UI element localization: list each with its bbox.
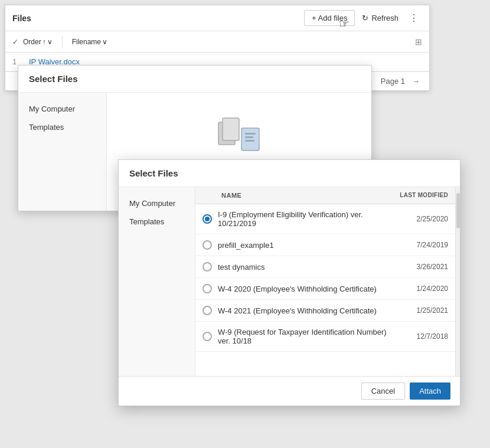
svg-rect-4 xyxy=(245,136,253,138)
sidebar-my-computer-fg[interactable]: My Computer xyxy=(119,194,195,212)
template-date: 1/24/2020 xyxy=(401,285,448,293)
template-date: 3/26/2021 xyxy=(401,263,448,271)
filename-sort[interactable]: Filename ∨ xyxy=(72,38,107,46)
template-row[interactable]: prefill_example1 7/24/2019 xyxy=(195,234,455,256)
order-sort[interactable]: Order ↑ ∨ xyxy=(23,38,53,46)
select-files-sidebar-fg: My Computer Templates xyxy=(119,187,195,376)
page-label: Page 1 xyxy=(381,77,405,86)
files-title: Files xyxy=(12,14,31,23)
template-row[interactable]: W-4 2020 (Employee's Withholding Certifi… xyxy=(195,278,455,300)
check-icon: ✓ xyxy=(12,38,18,46)
template-row[interactable]: W-9 (Request for Taxpayer Identification… xyxy=(195,322,455,352)
template-name: prefill_example1 xyxy=(218,241,401,250)
scrollbar-track[interactable] xyxy=(455,187,460,376)
select-files-dialog-fg: Select Files My Computer Templates NAME … xyxy=(118,159,460,406)
radio-unselected[interactable] xyxy=(202,306,212,315)
radio-unselected[interactable] xyxy=(202,332,212,341)
svg-rect-3 xyxy=(245,133,256,135)
files-toolbar: ✓ Order ↑ ∨ Filename ∨ ⊞ xyxy=(5,31,429,53)
svg-rect-2 xyxy=(241,128,259,151)
scrollbar-thumb[interactable] xyxy=(456,193,460,228)
cancel-button[interactable]: Cancel xyxy=(361,382,405,400)
template-name: W-9 (Request for Taxpayer Identification… xyxy=(218,328,401,345)
template-date: 12/7/2018 xyxy=(401,332,448,341)
sidebar-templates-bg[interactable]: Templates xyxy=(18,118,106,136)
radio-selected[interactable] xyxy=(202,214,212,224)
name-col-header: NAME xyxy=(221,192,395,199)
pin-icon: ⊞ xyxy=(415,37,422,47)
template-name: I-9 (Employment Eligibility Verification… xyxy=(218,210,401,228)
select-files-title-bg: Select Files xyxy=(18,66,371,93)
toolbar-divider xyxy=(62,36,63,48)
files-header: Files + Add files ↻ Refresh ⋮ xyxy=(5,5,429,31)
radio-col-header xyxy=(202,192,221,199)
template-name: test dynamics xyxy=(218,263,401,272)
template-row[interactable]: W-4 2021 (Employee's Withholding Certifi… xyxy=(195,300,455,322)
files-header-actions: + Add files ↻ Refresh ⋮ xyxy=(304,10,422,26)
template-row[interactable]: I-9 (Employment Eligibility Verification… xyxy=(195,204,455,234)
sidebar-my-computer-bg[interactable]: My Computer xyxy=(18,100,106,118)
attach-button[interactable]: Attach xyxy=(410,382,450,400)
files-icon xyxy=(215,116,263,159)
arrow-down-icon: ∨ xyxy=(47,38,53,46)
files-icon-svg xyxy=(215,116,263,158)
template-row[interactable]: test dynamics 3/26/2021 xyxy=(195,256,455,278)
dialog-footer: Cancel Attach xyxy=(119,376,460,406)
add-files-button[interactable]: + Add files xyxy=(304,10,355,26)
select-files-body-fg: My Computer Templates NAME LAST MODIFIED… xyxy=(119,187,460,376)
files-table: NAME LAST MODIFIED I-9 (Employment Eligi… xyxy=(195,187,455,376)
template-date: 2/25/2020 xyxy=(401,215,448,223)
filename-arrow-icon: ∨ xyxy=(102,38,107,46)
template-date: 1/25/2021 xyxy=(401,306,448,315)
next-page-button[interactable]: → xyxy=(410,76,422,87)
refresh-icon: ↻ xyxy=(362,14,368,22)
template-name: W-4 2020 (Employee's Withholding Certifi… xyxy=(218,285,401,293)
arrow-up-icon: ↑ xyxy=(43,38,46,46)
select-files-title-fg: Select Files xyxy=(119,160,460,187)
select-files-sidebar-bg: My Computer Templates xyxy=(18,93,107,211)
radio-unselected[interactable] xyxy=(202,262,212,272)
svg-rect-1 xyxy=(223,118,239,140)
sidebar-templates-fg[interactable]: Templates xyxy=(119,212,195,231)
files-table-header: NAME LAST MODIFIED xyxy=(195,187,455,204)
radio-unselected[interactable] xyxy=(202,240,212,250)
template-date: 7/24/2019 xyxy=(401,241,448,249)
date-col-header: LAST MODIFIED xyxy=(395,192,448,199)
more-options-button[interactable]: ⋮ xyxy=(406,10,422,26)
template-name: W-4 2021 (Employee's Withholding Certifi… xyxy=(218,306,401,315)
radio-unselected[interactable] xyxy=(202,284,212,293)
refresh-button[interactable]: ↻ Refresh xyxy=(357,11,403,25)
svg-rect-5 xyxy=(245,140,254,142)
